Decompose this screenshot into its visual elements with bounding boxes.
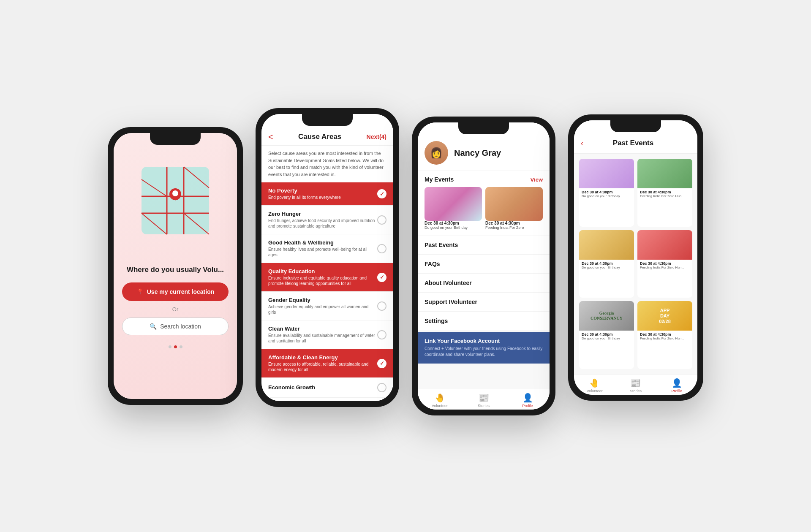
past-card-3[interactable]: Dec 30 at 4:30pm Do good on your Birthda… xyxy=(579,230,634,298)
cause-description: Select cause areas you are most interest… xyxy=(261,146,393,182)
volunteer-icon: 🤚 xyxy=(589,378,600,388)
past-event-date: Dec 30 at 4:30pm xyxy=(640,332,690,337)
past-event-name: Do good on your Birthday xyxy=(582,194,631,198)
phone-cause-areas: < Cause Areas Next(4) Select cause areas… xyxy=(256,108,399,407)
nav-profile-label: Profile xyxy=(672,389,683,393)
cause-item-growth[interactable]: Economic Growth xyxy=(261,378,393,398)
location-screen: Where do you usually Volu... 📍 Use my cu… xyxy=(114,133,237,399)
cause-checkbox[interactable] xyxy=(377,383,386,392)
notch xyxy=(458,122,509,134)
cause-checkbox[interactable] xyxy=(377,244,386,253)
search-location-button[interactable]: 🔍 Search location xyxy=(122,318,229,335)
cause-name: Gender Equality xyxy=(268,297,377,303)
event-date-2: Dec 30 at 4:30pm xyxy=(485,221,543,225)
cause-checkbox[interactable] xyxy=(377,301,386,311)
cause-item-education[interactable]: Quality Education Ensure inclusive and e… xyxy=(261,263,393,292)
past-card-6[interactable]: APPDAY02/28 Dec 30 at 4:30pm Feeding Ind… xyxy=(637,301,692,369)
cause-item-energy[interactable]: Affordable & Clean Energy Ensure access … xyxy=(261,349,393,378)
nav-volunteer-label: Volunteer xyxy=(432,404,448,408)
nav-profile[interactable]: 👤 Profile xyxy=(656,378,697,393)
georgia-logo: GeorgiaCONSERVANCY xyxy=(591,311,623,321)
past-event-date: Dec 30 at 4:30pm xyxy=(640,190,690,194)
past-event-date: Dec 30 at 4:30pm xyxy=(582,261,631,266)
or-divider: Or xyxy=(172,306,178,312)
phone-past-events: ‹ Past Events Dec 30 at 4:30pm Do good o… xyxy=(568,114,703,401)
cause-checkbox[interactable] xyxy=(377,330,386,339)
past-event-image-6: APPDAY02/28 xyxy=(637,301,692,331)
event-image-1 xyxy=(425,187,482,221)
past-event-date: Dec 30 at 4:30pm xyxy=(582,332,631,337)
cause-item-no-poverty[interactable]: No Poverty End poverty in all its forms … xyxy=(261,182,393,206)
svg-point-10 xyxy=(172,190,178,196)
cause-list: No Poverty End poverty in all its forms … xyxy=(261,182,393,401)
cause-item-health[interactable]: Good Health & Wellbeing Ensure healthy l… xyxy=(261,234,393,263)
past-events-title: Past Events xyxy=(583,139,683,147)
cause-desc: Achieve gender equality and empower all … xyxy=(268,304,377,315)
menu-settings[interactable]: Settings xyxy=(418,312,550,330)
bottom-navigation: 🤚 Volunteer 📰 Stories 👤 Profile xyxy=(574,374,697,395)
scene: Where do you usually Volu... 📍 Use my cu… xyxy=(0,91,811,441)
cause-checkbox[interactable] xyxy=(377,273,386,282)
nav-stories[interactable]: 📰 Stories xyxy=(615,378,656,393)
fb-desc: Connect + Volunteer with your friends us… xyxy=(425,346,543,358)
past-event-name: Feeding India For Zero Hun... xyxy=(640,337,690,340)
cause-desc: Ensure inclusive and equitable quality e… xyxy=(268,275,377,286)
my-events-title: My Events xyxy=(425,176,454,183)
nav-profile-label: Profile xyxy=(522,404,533,408)
nav-profile[interactable]: 👤 Profile xyxy=(506,393,550,408)
use-location-button[interactable]: 📍 Use my current location xyxy=(122,282,229,301)
event-card-1[interactable]: Dec 30 at 4:30pm Do good on your Birthda… xyxy=(425,187,482,230)
cause-checkbox[interactable] xyxy=(377,359,386,368)
view-all-link[interactable]: View xyxy=(531,176,543,183)
location-pin-icon: 📍 xyxy=(136,288,144,295)
profile-screen: 👩 Nancy Gray My Events View Dec 30 at 4:… xyxy=(418,122,550,410)
past-card-1[interactable]: Dec 30 at 4:30pm Do good on your Birthda… xyxy=(579,159,634,227)
past-event-image-1 xyxy=(579,159,634,188)
past-card-2[interactable]: Dec 30 at 4:30pm Feeding India For Zero … xyxy=(637,159,692,227)
nav-volunteer[interactable]: 🤚 Volunteer xyxy=(418,393,462,408)
dot-1 xyxy=(169,345,171,348)
cause-name: No Poverty xyxy=(268,187,377,194)
fb-title: Link Your Facebook Account xyxy=(425,338,543,344)
dot-2 xyxy=(174,345,177,348)
cause-name: Affordable & Clean Energy xyxy=(268,354,377,361)
cause-item-water[interactable]: Clean Water Ensure availability and sust… xyxy=(261,320,393,349)
past-card-4[interactable]: Dec 30 at 4:30pm Feeding India For Zero … xyxy=(637,230,692,298)
search-location-label: Search location xyxy=(160,323,201,330)
cause-checkbox[interactable] xyxy=(377,215,386,225)
past-events-grid: Dec 30 at 4:30pm Do good on your Birthda… xyxy=(574,154,697,374)
use-location-label: Use my current location xyxy=(147,288,215,295)
stories-icon: 📰 xyxy=(479,393,489,403)
past-event-image-3 xyxy=(579,230,634,260)
cause-desc: Ensure healthy lives and promote well-be… xyxy=(268,247,377,258)
nav-stories[interactable]: 📰 Stories xyxy=(462,393,506,408)
dot-3 xyxy=(180,345,182,348)
cause-item-gender[interactable]: Gender Equality Achieve gender equality … xyxy=(261,292,393,320)
event-name-2: Feeding India For Zero xyxy=(485,225,543,230)
cause-name: Good Health & Wellbeing xyxy=(268,239,377,246)
cause-item-zero-hunger[interactable]: Zero Hunger End hunger, achieve food sec… xyxy=(261,206,393,234)
back-button[interactable]: < xyxy=(268,133,273,141)
past-event-image-5: GeorgiaCONSERVANCY xyxy=(579,301,634,331)
cause-desc: End hunger, achieve food security and im… xyxy=(268,218,377,229)
cause-name: Zero Hunger xyxy=(268,211,377,217)
menu-faqs[interactable]: FAQs xyxy=(418,255,550,274)
phone-location: Where do you usually Volu... 📍 Use my cu… xyxy=(108,127,243,405)
menu-support[interactable]: Support IVolunteer xyxy=(418,293,550,312)
cause-checkbox[interactable] xyxy=(377,189,386,198)
avatar: 👩 xyxy=(425,141,448,165)
nav-volunteer[interactable]: 🤚 Volunteer xyxy=(574,378,615,393)
menu-about[interactable]: About IVolunteer xyxy=(418,274,550,293)
cause-name: Quality Education xyxy=(268,268,377,274)
past-card-5[interactable]: GeorgiaCONSERVANCY Dec 30 at 4:30pm Do g… xyxy=(579,301,634,369)
next-button[interactable]: Next(4) xyxy=(367,133,386,140)
cause-desc: Ensure access to affordable, reliable, s… xyxy=(268,361,377,372)
facebook-banner[interactable]: Link Your Facebook Account Connect + Vol… xyxy=(418,332,550,364)
event-card-2[interactable]: Dec 30 at 4:30pm Feeding India For Zero xyxy=(485,187,543,230)
menu-past-events[interactable]: Past Events xyxy=(418,236,550,255)
past-event-date: Dec 30 at 4:30pm xyxy=(582,190,631,194)
past-event-name: Feeding India For Zero Hun... xyxy=(640,266,690,269)
past-event-date: Dec 30 at 4:30pm xyxy=(640,261,690,266)
cause-desc: Ensure availability and sustainable mana… xyxy=(268,333,377,344)
event-date-1: Dec 30 at 4:30pm xyxy=(425,221,482,225)
